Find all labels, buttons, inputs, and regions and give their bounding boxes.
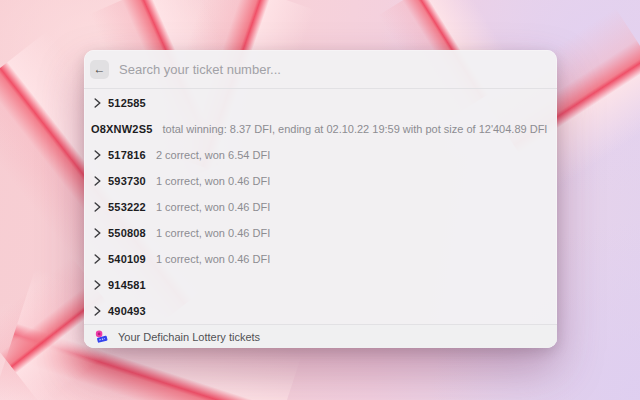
- chevron-right-icon: [94, 306, 108, 316]
- chevron-right-icon: [94, 150, 108, 160]
- round-code: O8XNW2S5: [91, 123, 153, 135]
- list-item[interactable]: 550808 1 correct, won 0.46 DFI: [84, 220, 557, 246]
- chevron-right-icon: [94, 176, 108, 186]
- ticket-detail: 1 correct, won 0.46 DFI: [156, 201, 270, 213]
- desktop: ← 512585 O8XNW2S5 total winning: 8.37 DF…: [0, 0, 640, 400]
- chevron-right-icon: [94, 254, 108, 264]
- ticket-detail: 2 correct, won 6.54 DFI: [156, 149, 270, 161]
- ticket-number: 512585: [108, 97, 146, 109]
- ticket-number: 914581: [108, 279, 146, 291]
- chevron-right-icon: [94, 202, 108, 212]
- footer: Your Defichain Lottery tickets: [84, 324, 557, 348]
- back-button[interactable]: ←: [90, 60, 109, 79]
- list-item[interactable]: 914581: [84, 272, 557, 298]
- ticket-number: 593730: [108, 175, 146, 187]
- ticket-detail: 1 correct, won 0.46 DFI: [156, 253, 270, 265]
- ticket-detail: 1 correct, won 0.46 DFI: [156, 227, 270, 239]
- list-item-round[interactable]: O8XNW2S5 total winning: 8.37 DFI, ending…: [84, 116, 557, 142]
- footer-label: Your Defichain Lottery tickets: [118, 331, 260, 343]
- ticket-number: 490493: [108, 305, 146, 317]
- launcher-window: ← 512585 O8XNW2S5 total winning: 8.37 DF…: [84, 50, 557, 348]
- ticket-number: 540109: [108, 253, 146, 265]
- list-item[interactable]: 593730 1 correct, won 0.46 DFI: [84, 168, 557, 194]
- search-bar: ←: [84, 50, 557, 89]
- ticket-number: 553222: [108, 201, 146, 213]
- ticket-number: 550808: [108, 227, 146, 239]
- list-item[interactable]: 517816 2 correct, won 6.54 DFI: [84, 142, 557, 168]
- chevron-right-icon: [94, 280, 108, 290]
- list-item[interactable]: 553222 1 correct, won 0.46 DFI: [84, 194, 557, 220]
- list-item[interactable]: 490493: [84, 298, 557, 324]
- ticket-detail: 1 correct, won 0.46 DFI: [156, 175, 270, 187]
- ticket-number: 517816: [108, 149, 146, 161]
- ticket-list: 512585 O8XNW2S5 total winning: 8.37 DFI,…: [84, 89, 557, 324]
- list-item[interactable]: 512585: [84, 90, 557, 116]
- lottery-ticket-icon: [94, 330, 109, 344]
- round-detail: total winning: 8.37 DFI, ending at 02.10…: [163, 123, 548, 135]
- chevron-right-icon: [94, 98, 108, 108]
- back-arrow-icon: ←: [94, 63, 106, 75]
- search-input[interactable]: [117, 61, 547, 78]
- chevron-right-icon: [94, 228, 108, 238]
- list-item[interactable]: 540109 1 correct, won 0.46 DFI: [84, 246, 557, 272]
